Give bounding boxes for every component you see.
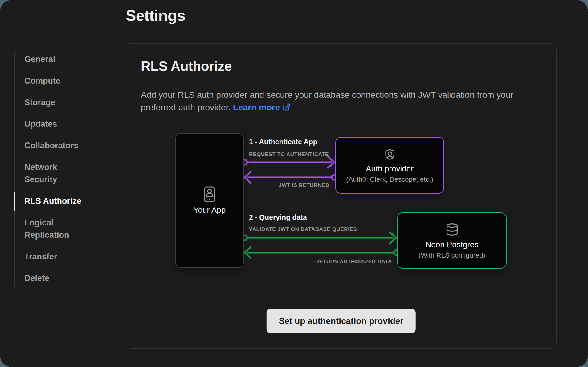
phone-user-icon: [204, 186, 215, 202]
sidebar-item-compute[interactable]: Compute: [24, 75, 88, 87]
auth-flow-diagram: Your App Auth provider (Auth0, Clerk, De…: [126, 44, 556, 348]
database-icon: [445, 222, 459, 237]
auth-provider-subtitle: (Auth0, Clerk, Descope, etc.): [346, 175, 433, 184]
your-app-node: Your App: [175, 133, 244, 268]
settings-page: Settings General Compute Storage Updates…: [0, 0, 588, 367]
sidebar-item-network-security[interactable]: Network Security: [24, 161, 88, 186]
sidebar-item-transfer[interactable]: Transfer: [24, 250, 88, 263]
sidebar-item-storage[interactable]: Storage: [24, 96, 88, 109]
settings-sidebar: General Compute Storage Updates Collabor…: [14, 52, 88, 287]
return-authorized-data-arrow: [244, 247, 399, 258]
sidebar-item-delete[interactable]: Delete: [24, 272, 88, 284]
neon-postgres-subtitle: (With RLS configured): [419, 251, 485, 259]
auth-provider-title: Auth provider: [366, 164, 414, 174]
neon-postgres-node: Neon Postgres (With RLS configured): [397, 212, 507, 269]
page-title: Settings: [126, 7, 185, 25]
jwt-returned-arrow: [244, 172, 337, 183]
rls-authorize-panel: RLS Authorize Add your RLS auth provider…: [126, 43, 557, 349]
neon-postgres-title: Neon Postgres: [426, 240, 479, 249]
sidebar-item-collaborators[interactable]: Collaborators: [24, 139, 88, 152]
sidebar-item-updates[interactable]: Updates: [24, 118, 88, 130]
auth-provider-node: Auth provider (Auth0, Clerk, Descope, et…: [335, 137, 444, 194]
step2-request-label: VALIDATE JWT ON DATABASE QUERIES: [249, 226, 357, 233]
your-app-label: Your App: [194, 205, 226, 215]
sidebar-item-logical-replication[interactable]: Logical Replication: [24, 216, 88, 241]
request-to-authenticate-arrow: [242, 157, 334, 168]
step1-title: 1 - Authenticate App: [249, 138, 317, 146]
shield-user-icon: [384, 147, 396, 161]
step1-return-label: JWT IS RETURNED: [279, 182, 329, 188]
sidebar-item-general[interactable]: General: [24, 53, 88, 65]
step1-request-label: REQUEST TO AUTHENTICATE: [249, 151, 329, 158]
sidebar-item-rls-authorize[interactable]: RLS Authorize: [24, 195, 88, 207]
step2-title: 2 - Querying data: [249, 213, 307, 222]
setup-auth-provider-button[interactable]: Set up authentication provider: [267, 309, 416, 333]
validate-jwt-arrow: [242, 232, 396, 243]
step2-return-label: RETURN AUTHORIZED DATA: [315, 259, 392, 265]
